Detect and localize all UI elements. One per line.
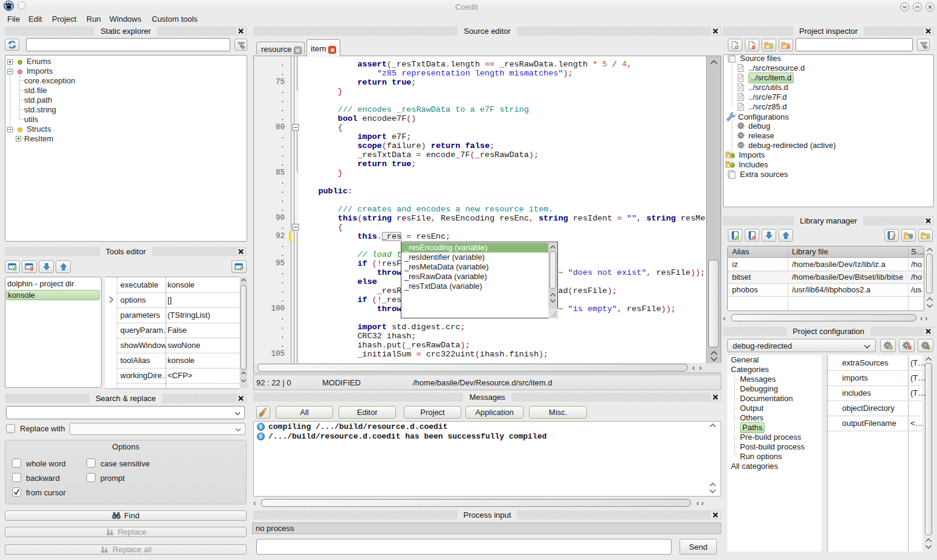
svg-text:b: b (107, 528, 109, 533)
svg-text:b: b (102, 546, 104, 550)
